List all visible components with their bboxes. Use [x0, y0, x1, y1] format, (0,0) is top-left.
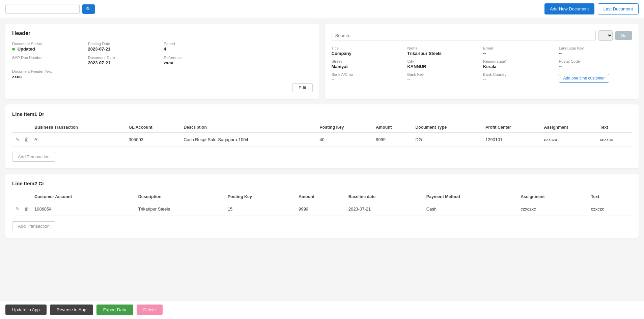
- region-value: Kerala: [483, 64, 556, 69]
- header-customer-row: Header Document Status Updated Posting D…: [5, 24, 639, 99]
- document-status-value: Updated: [12, 46, 85, 52]
- edit-button[interactable]: Edit: [292, 83, 312, 92]
- cell-customer-account: 1086854: [32, 202, 136, 216]
- header-text-value: zxcc: [12, 74, 313, 79]
- email-label: Email: [483, 46, 556, 50]
- posting-date-field: Posting Date 2023-07-21: [88, 42, 161, 52]
- header-info-grid: Document Status Updated Posting Date 202…: [12, 42, 313, 79]
- cell-baseline-date: 2023-07-21: [346, 202, 424, 216]
- name-value: Trikaripur Steels: [407, 51, 480, 56]
- postal-code-value: --: [559, 64, 632, 69]
- top-search-button[interactable]: 🔍: [82, 4, 95, 14]
- table-row: ✎ 🗑 1086854 Trikaripur Steels 15 9999 20…: [12, 202, 632, 216]
- bank-country-field: Bank Country --: [483, 72, 556, 83]
- cell-description: Trikaripur Steels: [136, 202, 226, 216]
- main-content: Header Document Status Updated Posting D…: [0, 18, 644, 243]
- delete-row-button[interactable]: 🗑: [23, 136, 30, 143]
- delete-row-button[interactable]: 🗑: [23, 205, 30, 212]
- reference-field: Reference zxcv: [164, 56, 237, 65]
- bank-acno-field: Bank A/C no --: [332, 72, 405, 83]
- header-title: Header: [12, 30, 313, 36]
- row-actions: ✎ 🗑: [14, 136, 30, 143]
- city-label: City: [407, 59, 480, 63]
- line-item1-card: Line Item1 Dr Business Transaction GL Ac…: [5, 104, 639, 168]
- edit-button-row: Edit: [12, 83, 313, 92]
- th-posting-key: Posting Key: [317, 122, 374, 133]
- th-amount: Amount: [374, 122, 413, 133]
- th-description: Description: [181, 122, 317, 133]
- cell-profit-center: 1290101: [483, 133, 542, 147]
- table-row: ✎ 🗑 AI 305003 Cash Recpt Sale-Sarjapura-…: [12, 133, 632, 147]
- th-business-transaction: Business Transaction: [32, 122, 127, 133]
- cell-business-transaction: AI: [32, 133, 127, 147]
- th-document-type: Document Type: [413, 122, 483, 133]
- line-item1-header-row: Business Transaction GL Account Descript…: [12, 122, 632, 133]
- line-item1-title: Line Item1 Dr: [12, 111, 632, 117]
- empty-field-2: [240, 56, 313, 65]
- title-field: Title Company: [332, 46, 405, 56]
- th2-baseline-date: Baseline date: [346, 192, 424, 202]
- top-bar-left: QFcZgVyiwflkHaEn 🔍: [5, 4, 95, 14]
- cell-document-type: DG: [413, 133, 483, 147]
- add-new-document-button[interactable]: Add New Document: [544, 3, 594, 14]
- bank-key-value: --: [407, 77, 480, 82]
- cell-posting-key: 15: [226, 202, 297, 216]
- edit-row-button[interactable]: ✎: [14, 136, 21, 143]
- cell-posting-key: 40: [317, 133, 374, 147]
- add-transaction-button-1[interactable]: Add Transaction: [12, 152, 55, 162]
- add-one-time-field: Add one time customer: [559, 72, 632, 83]
- top-bar-right: Add New Document Last Document: [544, 3, 639, 14]
- posting-date-label: Posting Date: [88, 42, 161, 46]
- title-label: Title: [332, 46, 405, 50]
- th2-description: Description: [136, 192, 226, 202]
- line-item2-header-row: Customer Account Description Posting Key…: [12, 192, 632, 202]
- document-status-field: Document Status Updated: [12, 42, 85, 52]
- line-item1-table: Business Transaction GL Account Descript…: [12, 122, 632, 147]
- email-value: --: [483, 51, 556, 56]
- customer-search-dropdown[interactable]: [598, 30, 613, 41]
- city-value: KANNUR: [407, 64, 480, 69]
- cell-amount: 9999: [374, 133, 413, 147]
- add-transaction-button-2[interactable]: Add Transaction: [12, 221, 55, 231]
- period-label: Period: [164, 42, 237, 46]
- document-date-label: Document Date: [88, 56, 161, 60]
- posting-date-value: 2023-07-21: [88, 46, 161, 52]
- sap-doc-number-label: SAP Doc Number: [12, 56, 85, 60]
- top-search-input[interactable]: QFcZgVyiwflkHaEn: [5, 4, 80, 14]
- line-item2-card: Line Item2 Cr Customer Account Descripti…: [5, 174, 639, 238]
- bank-acno-label: Bank A/C no: [332, 72, 405, 76]
- line-item2-table: Customer Account Description Posting Key…: [12, 192, 632, 216]
- street-field: Street Maniyat: [332, 59, 405, 69]
- header-text-field: Document Header Text zxcc: [12, 69, 313, 79]
- edit-row-button[interactable]: ✎: [14, 205, 21, 212]
- th-gl-account: GL Account: [127, 122, 182, 133]
- bank-key-field: Bank Key --: [407, 72, 480, 83]
- customer-search-input[interactable]: [332, 31, 596, 40]
- reference-value: zxcv: [164, 60, 237, 65]
- sap-doc-number-value: --: [12, 60, 85, 65]
- customer-info-grid: Title Company Name Trikaripur Steels Ema…: [332, 46, 632, 83]
- document-date-value: 2023-07-21: [88, 60, 161, 65]
- cell-text: cczxcc: [598, 133, 632, 147]
- reference-label: Reference: [164, 56, 237, 60]
- postal-code-field: Postal Code --: [559, 59, 632, 69]
- customer-search-row: Go: [332, 30, 632, 41]
- customer-go-button[interactable]: Go: [615, 31, 632, 40]
- cell-amount: 9999: [297, 202, 346, 216]
- add-one-time-customer-button[interactable]: Add one time customer: [559, 74, 609, 83]
- period-value: 4: [164, 46, 237, 52]
- email-field: Email --: [483, 46, 556, 56]
- empty-field-1: [240, 42, 313, 52]
- region-field: Region(state) Kerala: [483, 59, 556, 69]
- name-label: Name: [407, 46, 480, 50]
- th2-amount: Amount: [297, 192, 346, 202]
- bank-country-value: --: [483, 77, 556, 82]
- street-label: Street: [332, 59, 405, 63]
- cell-assignment: czxczx: [542, 133, 598, 147]
- row-actions: ✎ 🗑: [14, 205, 30, 212]
- th2-customer-account: Customer Account: [32, 192, 136, 202]
- cell-gl-account: 305003: [127, 133, 182, 147]
- last-document-button[interactable]: Last Document: [598, 3, 639, 14]
- top-bar: QFcZgVyiwflkHaEn 🔍 Add New Document Last…: [0, 0, 644, 18]
- sap-doc-number-field: SAP Doc Number --: [12, 56, 85, 65]
